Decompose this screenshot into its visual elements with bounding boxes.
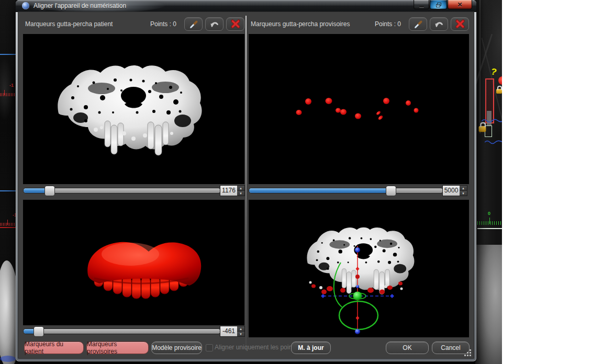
nerve-line-fragment (0, 356, 16, 362)
gizmo-rotation-ring[interactable] (339, 301, 378, 329)
viewport-provisional-3d[interactable] (249, 34, 469, 184)
spin-down-button[interactable]: ▼ (237, 191, 244, 196)
undo-button[interactable] (430, 17, 448, 31)
ruler-red (0, 93, 16, 96)
spin-up-button[interactable]: ▲ (460, 186, 467, 191)
viewport-alignment-3d[interactable] (249, 200, 469, 337)
model-slider-handle[interactable] (34, 326, 44, 337)
minimize-icon (419, 6, 424, 7)
spin-up-icon: ▲ (239, 327, 242, 331)
nerve-line-icon (485, 138, 502, 146)
lock-icon (496, 89, 502, 94)
undo-icon (209, 20, 220, 28)
red-marker (305, 98, 311, 105)
ruler-green (477, 221, 502, 225)
window-title: Aligner l'appareil de numérisation (34, 2, 126, 9)
spinbox-value[interactable]: -461 (220, 326, 237, 336)
viewport-model-3d[interactable] (23, 200, 244, 325)
dialog-client-area: Marqueurs gutta-percha patient Points : … (18, 12, 474, 359)
red-marker (406, 100, 411, 106)
slice-line-blue (0, 190, 16, 191)
pipette-icon (188, 19, 199, 29)
panel-header-provisional: Marqueurs gutta-percha provisoires Point… (249, 17, 469, 31)
xray-texture (0, 58, 14, 120)
panel-title: Marqueurs gutta-percha patient (23, 20, 113, 28)
ruler-label: 0 (488, 211, 490, 216)
app-icon (22, 2, 29, 9)
points-count: Points : 0 (375, 20, 401, 28)
threshold-spinbox-model: -461 ▲ ▼ (220, 326, 245, 337)
provisional-slider-handle[interactable] (386, 186, 396, 196)
align-points-only-checkbox[interactable] (206, 344, 213, 351)
spinbox-value[interactable]: 5000 (443, 186, 460, 196)
spin-down-button[interactable]: ▼ (237, 332, 244, 336)
align-points-only-label: Aligner uniquement les points (215, 344, 297, 351)
slice-line-blue (0, 54, 16, 55)
toggle-provisional-model[interactable]: Modèle provisoire (151, 342, 202, 354)
gizmo-handle-top[interactable] (355, 247, 360, 253)
delete-icon (230, 19, 241, 29)
undo-button[interactable] (205, 17, 224, 31)
toggle-provisional-markers[interactable]: Marqueurs provisoires (86, 342, 149, 354)
red-marker (376, 110, 381, 116)
patient-slider-handle[interactable] (44, 186, 55, 196)
panel-divider (245, 16, 247, 351)
threshold-slider-provisional[interactable] (249, 188, 443, 194)
spinbox-value[interactable]: 1176 (220, 186, 237, 196)
spin-down-button[interactable]: ▼ (460, 191, 467, 196)
red-marker (414, 108, 418, 113)
minimize-button[interactable] (414, 0, 429, 9)
threshold-spinbox-provisional: 5000 ▲ ▼ (442, 185, 467, 196)
spin-down-icon: ▼ (239, 192, 242, 195)
close-button[interactable]: ✕ (448, 0, 472, 9)
spin-up-button[interactable]: ▲ (237, 186, 244, 191)
screen: -1 -1 ? 0 (0, 0, 603, 364)
maximize-button[interactable] (430, 0, 447, 9)
window-controls: ✕ (413, 0, 472, 9)
update-button[interactable]: M. à jour (291, 342, 331, 354)
viewport-patient-3d[interactable] (23, 34, 244, 184)
threshold-slider-model[interactable] (23, 328, 221, 334)
xray-strip-right: ? 0 (475, 0, 502, 364)
delete-icon (455, 19, 465, 29)
provisional-slider-fill (249, 188, 390, 193)
update-label: M. à jour (298, 344, 323, 351)
titlebar[interactable]: Aligner l'appareil de numérisation ✕ (16, 0, 476, 12)
footer-bar: Marqueurs du patient Marqueurs provisoir… (23, 342, 469, 354)
panel-title: Marqueurs gutta-percha provisoires (249, 20, 350, 28)
spin-up-button[interactable]: ▲ (237, 326, 244, 332)
toggle-label: Modèle provisoire (152, 344, 202, 351)
restore-icon (436, 3, 441, 7)
spin-up-icon: ▲ (462, 187, 465, 190)
ruler-baseline (477, 228, 502, 229)
ruler-baseline (0, 227, 16, 228)
points-count: Points : 0 (150, 20, 176, 28)
bone-xray-fragment (0, 260, 16, 364)
undo-icon (434, 20, 444, 28)
pipette-icon (413, 19, 423, 29)
red-marker (340, 109, 347, 115)
clear-points-button[interactable] (451, 17, 469, 31)
marker-layer (249, 34, 469, 184)
pick-points-button[interactable] (184, 17, 203, 31)
toggle-label: Marqueurs du patient (25, 340, 83, 355)
panel-header-patient: Marqueurs gutta-percha patient Points : … (23, 17, 244, 31)
red-marker (296, 110, 302, 115)
red-marker (377, 115, 384, 120)
resize-grip[interactable] (464, 349, 472, 357)
bone-render (23, 34, 244, 184)
spin-down-icon: ▼ (239, 333, 242, 336)
lock-icon (479, 126, 486, 132)
xray-strip-left: -1 -1 (0, 0, 16, 364)
pick-points-button[interactable] (409, 17, 427, 31)
gizmo-center-handle[interactable] (353, 292, 362, 301)
clear-points-button[interactable] (226, 17, 244, 31)
toggle-patient-markers[interactable]: Marqueurs du patient (24, 342, 84, 354)
ok-label: OK (403, 344, 411, 351)
alignment-render (249, 200, 469, 337)
gizmo-handle-bottom[interactable] (355, 329, 360, 334)
threshold-slider-patient[interactable] (23, 188, 221, 194)
red-marker (383, 98, 389, 104)
ok-button[interactable]: OK (386, 342, 429, 354)
cancel-label: Cancel (441, 344, 460, 351)
